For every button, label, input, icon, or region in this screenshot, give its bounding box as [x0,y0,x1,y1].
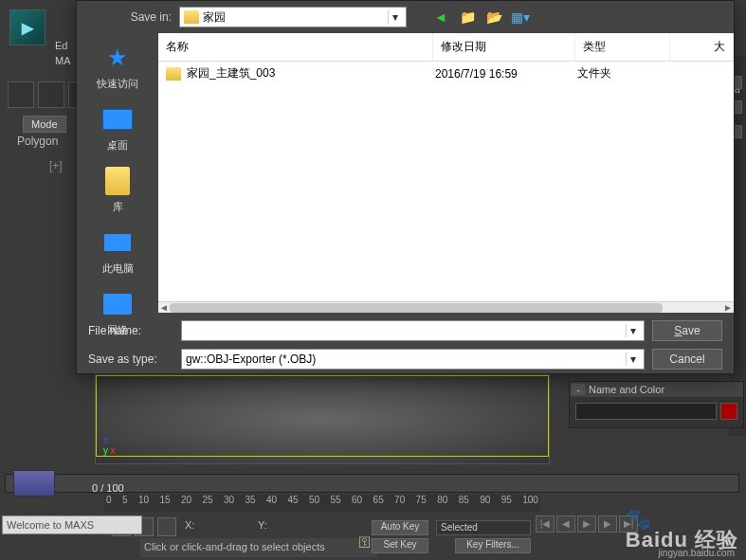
viewport-selection-outline [96,375,549,457]
chevron-down-icon[interactable]: ▾ [388,10,402,24]
place-library[interactable]: 库 [100,166,135,214]
col-name[interactable]: 名称 [158,33,433,61]
place-this-pc[interactable]: 此电脑 [100,227,135,276]
horizontal-scrollbar[interactable]: ◄ ► [158,301,734,313]
folder-icon [184,10,199,24]
file-list-area: 名称 修改日期 类型 大 家园_主建筑_003 2016/7/19 16:59 … [158,33,734,313]
coord-y-label: Y: [258,519,267,531]
prev-frame-icon[interactable]: ◀ [556,515,575,533]
back-icon[interactable]: ◄ [431,8,450,27]
next-frame-icon[interactable]: ▶ [598,515,617,533]
viewport[interactable]: zy x [95,374,550,464]
coord-x-label: X: [185,519,194,531]
desktop-icon [100,104,135,135]
axis-gizmo: zy x [103,435,116,456]
library-icon [100,166,135,196]
pc-icon [100,227,135,258]
star-icon: ★ [100,43,135,73]
places-bar: ★ 快速访问 桌面 库 此电脑 网络 [77,33,158,313]
col-size[interactable]: 大 [670,33,734,61]
view-menu-icon[interactable]: ▦▾ [511,8,530,27]
keyfilters-button[interactable]: Key Filters... [455,538,531,553]
setkey-button[interactable]: Set Key [372,538,428,553]
up-one-level-icon[interactable]: 📁 [458,8,477,27]
chevron-down-icon[interactable]: ▾ [626,352,640,366]
unlink-icon[interactable] [38,81,64,108]
status-prompt: Click or click-and-drag to select object… [140,538,377,557]
file-row[interactable]: 家园_主建筑_003 2016/7/19 16:59 文件夹 [158,62,734,85]
new-folder-icon[interactable]: 📂 [484,8,503,27]
cancel-button[interactable]: Cancel [652,349,722,370]
time-slider-thumb[interactable] [13,470,55,497]
place-desktop[interactable]: 桌面 [100,104,135,153]
name-and-color-header: Name and Color [589,384,664,395]
link-icon[interactable] [8,81,34,108]
viewport-expand[interactable]: [+] [49,159,63,172]
network-icon [100,289,135,319]
scroll-left-icon[interactable]: ◄ [158,302,170,314]
app-logo-icon[interactable]: ▶ [9,9,45,45]
autokey-button[interactable]: Auto Key [372,520,428,535]
col-type[interactable]: 类型 [575,33,670,61]
time-position-label: 0 / 100 [92,482,124,494]
scroll-right-icon[interactable]: ► [722,302,734,314]
object-name-input[interactable] [575,403,717,420]
file-name-input[interactable]: ▾ [181,320,645,341]
time-ruler[interactable]: 0 5 10 15 20 25 30 35 40 45 50 55 60 65 … [104,495,540,512]
maxscript-listener[interactable]: Welcome to MAXS [2,515,142,534]
folder-icon [166,67,181,81]
save-button[interactable]: Save [652,320,722,341]
object-color-swatch[interactable] [720,403,737,420]
rollout-collapse-button[interactable]: - [572,384,585,395]
save-file-dialog: Save in: 家园 ▾ ◄ 📁 📂 ▦▾ ★ 快速访问 [76,0,735,374]
polygon-label: Polygon [17,135,58,148]
save-in-value: 家园 [203,9,226,26]
col-date[interactable]: 修改日期 [433,33,575,61]
watermark-paw-icon: 🐾 [626,507,651,532]
place-quick-access[interactable]: ★ 快速访问 [97,43,138,91]
name-and-color-panel: - Name and Color [569,381,744,428]
save-as-type-dropdown[interactable]: gw::OBJ-Exporter (*.OBJ) ▾ [181,349,645,370]
file-name-label: File name: [88,324,173,337]
file-list-header[interactable]: 名称 修改日期 类型 大 [158,33,734,62]
app-title-1: Ed [55,40,67,51]
app-title-2: MA [55,55,71,66]
percent-snap-icon[interactable] [157,517,176,536]
play-icon[interactable]: ▶ [577,515,596,533]
file-list[interactable]: 家园_主建筑_003 2016/7/19 16:59 文件夹 [158,62,734,301]
goto-start-icon[interactable]: |◀ [536,515,555,533]
scrollbar-thumb[interactable] [170,303,663,313]
mode-button[interactable]: Mode [23,116,66,133]
save-in-dropdown[interactable]: 家园 ▾ [179,7,407,27]
save-as-type-label: Save as type: [88,352,173,366]
key-mode-dropdown[interactable]: Selected [436,520,531,535]
save-in-label: Save in: [86,10,172,24]
chevron-down-icon[interactable]: ▾ [626,324,640,337]
